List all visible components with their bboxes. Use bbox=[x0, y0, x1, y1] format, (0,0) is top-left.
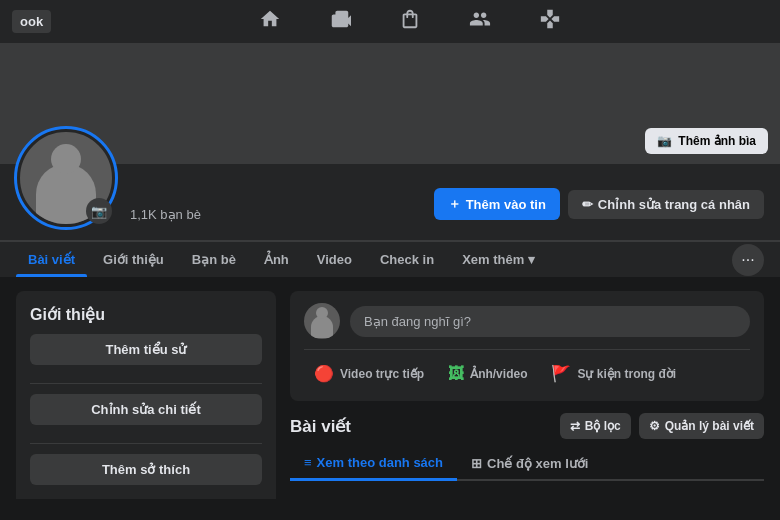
tab-xemthem[interactable]: Xem thêm ▾ bbox=[450, 242, 547, 277]
camera-icon: 📷 bbox=[657, 134, 672, 148]
left-column: Giới thiệu Thêm tiểu sử Chỉnh sửa chi ti… bbox=[16, 291, 276, 485]
photo-icon: 🖼 bbox=[448, 365, 464, 383]
profile-info: 1,1K bạn bè bbox=[130, 203, 420, 228]
tab-more-button[interactable]: ··· bbox=[732, 244, 764, 276]
manage-posts-button[interactable]: ⚙ Quản lý bài viết bbox=[639, 413, 764, 439]
avatar-wrapper: 📷 bbox=[16, 128, 116, 228]
baivet-actions: ⇄ Bộ lọc ⚙ Quản lý bài viết bbox=[560, 413, 764, 439]
pencil-icon: ✏ bbox=[582, 197, 593, 212]
add-bio-button[interactable]: Thêm tiểu sử bbox=[30, 334, 262, 365]
photo-video-button[interactable]: 🖼 Ảnh/video bbox=[438, 358, 537, 389]
post-actions: 🔴 Video trực tiếp 🖼 Ảnh/video 🚩 Sự kiện … bbox=[304, 358, 750, 389]
grid-icon: ⊞ bbox=[471, 456, 482, 471]
live-video-button[interactable]: 🔴 Video trực tiếp bbox=[304, 358, 434, 389]
filter-icon: ⇄ bbox=[570, 419, 580, 433]
profile-tabs: Bài viết Giới thiệu Bạn bè Ảnh Video Che… bbox=[0, 241, 780, 277]
list-icon: ≡ bbox=[304, 455, 312, 470]
post-divider bbox=[304, 349, 750, 350]
intro-card: Giới thiệu Thêm tiểu sử Chỉnh sửa chi ti… bbox=[16, 291, 276, 499]
add-cover-button[interactable]: 📷 Thêm ảnh bìa bbox=[645, 128, 768, 154]
tab-anh[interactable]: Ảnh bbox=[252, 242, 301, 277]
intro-divider bbox=[30, 383, 262, 384]
filter-button[interactable]: ⇄ Bộ lọc bbox=[560, 413, 631, 439]
tab-video[interactable]: Video bbox=[305, 242, 364, 277]
post-box: Bạn đang nghĩ gì? 🔴 Video trực tiếp 🖼 Ản… bbox=[290, 291, 764, 401]
top-nav: ook bbox=[0, 0, 780, 44]
video-nav-icon[interactable] bbox=[321, 4, 359, 39]
intro-divider-2 bbox=[30, 443, 262, 444]
main-content: Giới thiệu Thêm tiểu sử Chỉnh sửa chi ti… bbox=[0, 277, 780, 499]
list-view-tab[interactable]: ≡ Xem theo danh sách bbox=[290, 447, 457, 481]
baivet-title: Bài viết bbox=[290, 416, 351, 437]
friends-nav-icon[interactable] bbox=[461, 4, 499, 39]
intro-title: Giới thiệu bbox=[30, 305, 262, 324]
post-avatar bbox=[304, 303, 340, 339]
home-nav-icon[interactable] bbox=[251, 4, 289, 39]
gaming-nav-icon[interactable] bbox=[531, 4, 569, 39]
baivet-header: Bài viết ⇄ Bộ lọc ⚙ Quản lý bài viết bbox=[290, 413, 764, 439]
plus-icon: ＋ bbox=[448, 195, 461, 213]
profile-section: 📷 1,1K bạn bè ＋ Thêm vào tin ✏ Chỉnh sửa… bbox=[0, 164, 780, 241]
edit-profile-button[interactable]: ✏ Chỉnh sửa trang cá nhân bbox=[568, 190, 764, 219]
tab-banbe[interactable]: Bạn bè bbox=[180, 242, 248, 277]
post-avatar-silhouette bbox=[311, 316, 333, 338]
grid-view-tab[interactable]: ⊞ Chế độ xem lưới bbox=[457, 447, 602, 479]
post-input[interactable]: Bạn đang nghĩ gì? bbox=[350, 306, 750, 337]
add-to-story-button[interactable]: ＋ Thêm vào tin bbox=[434, 188, 560, 220]
avatar-camera-button[interactable]: 📷 bbox=[86, 198, 112, 224]
tab-checkin[interactable]: Check in bbox=[368, 242, 446, 277]
right-column: Bạn đang nghĩ gì? 🔴 Video trực tiếp 🖼 Ản… bbox=[290, 291, 764, 485]
logo: ook bbox=[12, 10, 51, 33]
gear-icon: ⚙ bbox=[649, 419, 660, 433]
cover-photo: 📷 Thêm ảnh bìa bbox=[0, 44, 780, 164]
nav-icons bbox=[51, 4, 768, 39]
view-tabs: ≡ Xem theo danh sách ⊞ Chế độ xem lưới bbox=[290, 447, 764, 481]
shop-nav-icon[interactable] bbox=[391, 4, 429, 39]
edit-detail-button[interactable]: Chỉnh sửa chi tiết bbox=[30, 394, 262, 425]
event-icon: 🚩 bbox=[551, 364, 571, 383]
add-hobby-button[interactable]: Thêm sở thích bbox=[30, 454, 262, 485]
live-icon: 🔴 bbox=[314, 364, 334, 383]
tab-gioithieu[interactable]: Giới thiệu bbox=[91, 242, 176, 277]
profile-actions: ＋ Thêm vào tin ✏ Chỉnh sửa trang cá nhân bbox=[434, 188, 764, 228]
post-input-row: Bạn đang nghĩ gì? bbox=[304, 303, 750, 339]
tab-baivet[interactable]: Bài viết bbox=[16, 242, 87, 277]
event-button[interactable]: 🚩 Sự kiện trong đời bbox=[541, 358, 686, 389]
camera-icon: 📷 bbox=[91, 204, 107, 219]
friends-count: 1,1K bạn bè bbox=[130, 207, 420, 222]
